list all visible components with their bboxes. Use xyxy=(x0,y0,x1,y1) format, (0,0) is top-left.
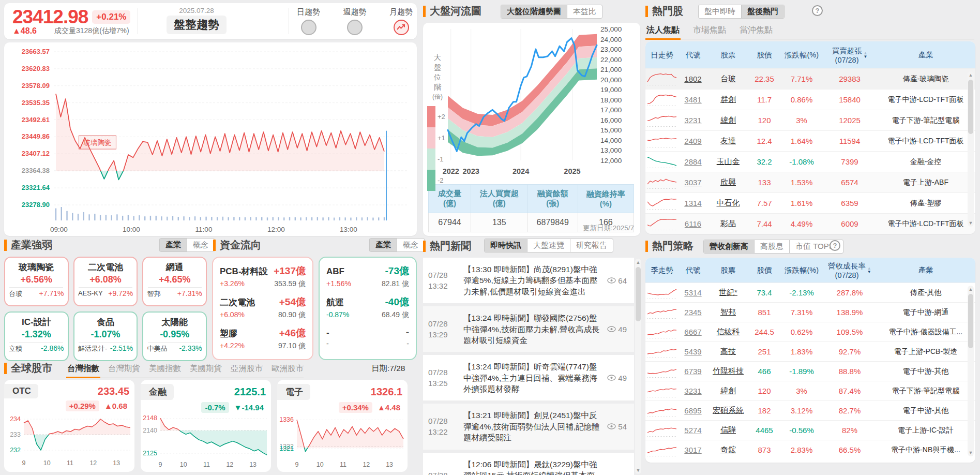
tab-high-dividend[interactable]: 高股息 xyxy=(754,240,789,253)
industry-card[interactable]: 網通 +4.65% 智邦+7.31% xyxy=(142,257,207,306)
tab-realtime-news[interactable]: 即時快訊 xyxy=(485,239,527,252)
news-scrollbar[interactable]: ▲ ▼ xyxy=(635,259,641,474)
help-icon[interactable]: ? xyxy=(830,240,840,251)
tab-industry[interactable]: 產業 xyxy=(160,239,187,251)
weekly-trend-button[interactable]: 週趨勢 xyxy=(343,7,367,35)
scroll-up-icon[interactable]: ▲ xyxy=(968,72,974,78)
leader-name[interactable]: 鮮活果汁- xyxy=(78,344,107,353)
news-item[interactable]: 07/2813:32 【13:30 即時新聞】尚茂(8291)盤中強彈逾5%,短… xyxy=(423,258,634,303)
stock-name-link[interactable]: 世紀* xyxy=(707,288,749,298)
tab-asia-markets[interactable]: 亞洲股市 xyxy=(231,363,263,374)
stock-name-link[interactable]: 彩晶 xyxy=(707,219,749,229)
industry-card[interactable]: 食品 -1.07% 鮮活果汁--2.51% xyxy=(73,311,138,361)
leader-name[interactable]: AES-KY xyxy=(78,289,103,298)
stock-name-link[interactable]: 信紘科 xyxy=(707,327,749,337)
tab-concept[interactable]: 概念 xyxy=(397,239,424,251)
hot-stocks-scrollbar[interactable]: ▲ ▼ xyxy=(968,71,974,227)
money-flow-entry[interactable]: PCB-材料設+137億 +3.26%353.59 億 xyxy=(220,264,306,289)
table-row[interactable]: 3481 群創 11.7 0.86% 15840 電子中游-LCD-TFT面板 xyxy=(645,89,975,110)
col-change-pct[interactable]: 漲跌幅(%) xyxy=(780,50,823,60)
scroll-up-icon[interactable]: ▲ xyxy=(968,287,974,292)
table-row[interactable]: 6895 宏碩系統 182 3.12% 82.7% 電子中游-其他 xyxy=(645,400,975,420)
col-code[interactable]: 代號 xyxy=(679,265,707,275)
market-mode-button[interactable]: 盤整趨勢 xyxy=(167,16,227,34)
col-quarterly-trend[interactable]: 季走勢 xyxy=(645,265,679,275)
stock-code-link[interactable]: 6739 xyxy=(679,367,707,376)
market-card-otc[interactable]: OTC233.45 +0.29%▲0.68 234233232910111213 xyxy=(4,380,134,472)
money-flow-entry[interactable]: 塑膠+46億 +4.22%97.10 億 xyxy=(220,326,306,351)
scrollbar-thumb[interactable] xyxy=(636,267,641,321)
stock-code-link[interactable]: 6895 xyxy=(679,406,707,415)
stock-name-link[interactable]: 緯創 xyxy=(707,115,749,125)
stock-code-link[interactable]: 3231 xyxy=(679,116,707,125)
table-row[interactable]: 5314 世紀* 73.4 -2.13% 287.8% 傳產-其他 xyxy=(645,283,975,302)
table-row[interactable]: 6116 彩晶 7.44 4.49% 6009 電子中游-LCD-TFT面板 xyxy=(645,213,975,234)
stock-name-link[interactable]: 竹陞科技 xyxy=(707,366,749,376)
news-item[interactable]: 07/2813:22 【13:21 即時新聞】創見(2451)盤中反彈逾4%,技… xyxy=(423,404,634,449)
news-item[interactable]: 07/2813:18 【12:06 即時新聞】晟鈦(3229)盤中強彈站回15元… xyxy=(423,453,634,475)
industry-card[interactable]: IC-設計 -1.32% 立積-2.86% xyxy=(4,311,69,361)
daily-trend-button[interactable]: 日趨勢 xyxy=(297,7,320,35)
col-industry[interactable]: 產業 xyxy=(876,50,975,60)
table-row[interactable]: 2409 友達 12.4 1.64% 11594 電子中游-LCD-TFT面板 xyxy=(645,130,975,151)
tab-taiwan-index[interactable]: 台灣指數 xyxy=(67,363,99,374)
stock-name-link[interactable]: 智邦 xyxy=(707,307,749,317)
table-row[interactable]: 5274 信驊 4465 -0.56% 82% 電子上游-IC-設計 xyxy=(645,420,975,440)
finance-mini-chart[interactable]: 214821402125910111213 xyxy=(141,413,271,474)
scroll-down-icon[interactable]: ▼ xyxy=(968,220,974,226)
table-row[interactable]: 1802 台玻 22.35 7.71% 29383 傳產-玻璃陶瓷 xyxy=(645,68,975,89)
tab-institutional-focus[interactable]: 法人焦點 xyxy=(646,25,680,36)
tab-us-index[interactable]: 美國指數 xyxy=(149,363,181,374)
intraday-index-chart[interactable]: 23663.5723620.8323578.0923535.3523492.61… xyxy=(4,42,417,237)
col-revenue-growth-sort[interactable]: 營收成長率(07/28) ▲▼ xyxy=(823,261,876,279)
table-row[interactable]: 3231 緯創 120 3% 87.4% 電子下游-筆記型電腦 xyxy=(645,381,975,400)
col-price[interactable]: 股價 xyxy=(749,265,780,275)
stock-code-link[interactable]: 6667 xyxy=(679,328,707,336)
news-item[interactable]: 07/2813:29 【13:24 即時新聞】聯發國際(2756)盤中強彈4%,… xyxy=(423,306,634,352)
sort-icons[interactable]: ▲▼ xyxy=(867,266,871,274)
tab-concept[interactable]: 概念 xyxy=(187,239,214,251)
money-flow-entry[interactable]: ABF-73億 +1.56%82.81 億 xyxy=(326,264,409,289)
tab-after-hours[interactable]: 盤後熱門 xyxy=(741,5,784,18)
stock-code-link[interactable]: 3481 xyxy=(679,95,707,104)
tab-market-level-trend[interactable]: 大盤位階趨勢圖 xyxy=(501,5,567,18)
stock-code-link[interactable]: 1314 xyxy=(679,199,707,207)
tab-market-overview[interactable]: 大盤速覽 xyxy=(527,239,570,252)
news-item[interactable]: 07/2813:25 【13:24 即時新聞】昕奇雲端(7747)盤中強彈4%,… xyxy=(423,355,634,400)
table-row[interactable]: 6739 竹陞科技 466 -1.89% 88.8% 電子中游-其他 xyxy=(645,361,975,381)
news-headline[interactable]: 【13:24 即時新聞】昕奇雲端(7747)盤中強彈4%,主力連日回補、雲端業務… xyxy=(463,361,602,394)
stock-name-link[interactable]: 欣興 xyxy=(707,177,749,187)
stock-name-link[interactable]: 中石化 xyxy=(707,198,749,208)
stock-code-link[interactable]: 2409 xyxy=(679,137,707,145)
scroll-up-icon[interactable]: ▲ xyxy=(635,260,641,265)
col-net-buy-sort[interactable]: 買賣超張(07/28) ▲▼ xyxy=(823,46,876,64)
news-headline[interactable]: 【12:06 即時新聞】晟鈦(3229)盤中強彈站回15元,技術面短線轉強但基本… xyxy=(463,459,602,475)
stock-name-link[interactable]: 高技 xyxy=(707,347,749,357)
stock-name-link[interactable]: 信驊 xyxy=(707,425,749,435)
monthly-trend-button[interactable]: 月趨勢 xyxy=(389,7,413,35)
stock-code-link[interactable]: 5314 xyxy=(679,288,707,297)
tab-intraday[interactable]: 盤中即時 xyxy=(699,5,741,18)
market-card-finance[interactable]: 金融2125.1 -0.7%▼-14.94 214821402125910111… xyxy=(141,380,271,472)
leader-name[interactable]: 智邦 xyxy=(147,289,161,299)
stock-name-link[interactable]: 台玻 xyxy=(707,74,749,84)
market-river-chart[interactable]: 202220232024202525,00024,00023,00022,000… xyxy=(423,25,638,184)
tab-industry[interactable]: 產業 xyxy=(370,239,397,251)
weekly-trend-icon[interactable] xyxy=(347,20,363,35)
leader-name[interactable]: 中美晶 xyxy=(147,344,168,353)
scroll-down-icon[interactable]: ▼ xyxy=(635,468,641,473)
industry-card[interactable]: 太陽能 -0.95% 中美晶-2.33% xyxy=(142,311,207,361)
stock-code-link[interactable]: 2345 xyxy=(679,308,707,317)
table-row[interactable]: 5439 高技 251 1.83% 92.7% 電子上游-PCB-製造 xyxy=(645,342,975,361)
stock-code-link[interactable]: 1802 xyxy=(679,75,707,83)
col-daily-trend[interactable]: 日走勢 xyxy=(645,50,679,60)
tab-pe-ratio[interactable]: 本益比 xyxy=(567,5,602,18)
sort-icons[interactable]: ▲▼ xyxy=(864,51,868,58)
tab-revenue-high[interactable]: 營收創新高 xyxy=(704,240,754,253)
stock-name-link[interactable]: 奇鋐 xyxy=(707,445,749,455)
col-price[interactable]: 股價 xyxy=(749,50,780,60)
scrollbar-thumb[interactable] xyxy=(968,80,973,134)
stock-name-link[interactable]: 群創 xyxy=(707,95,749,105)
news-headline[interactable]: 【13:21 即時新聞】創見(2451)盤中反彈逾4%,技術面弱勢但法人回補,記… xyxy=(463,410,602,443)
stock-name-link[interactable]: 宏碩系統 xyxy=(707,406,749,415)
